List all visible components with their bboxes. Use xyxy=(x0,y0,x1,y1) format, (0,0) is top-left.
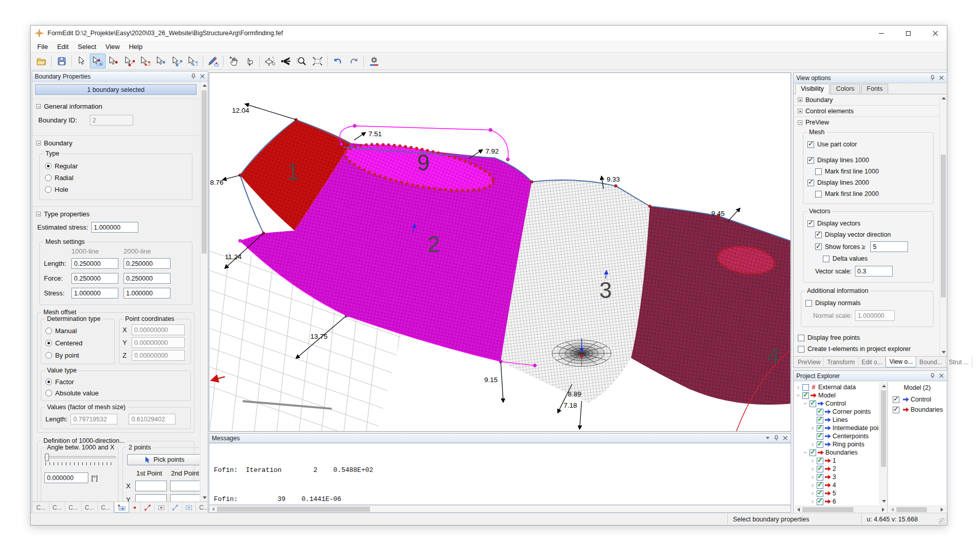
tree-item-boundary-4[interactable]: 4 xyxy=(796,481,879,489)
funnel-low-point[interactable] xyxy=(580,354,583,357)
scroll-up-button[interactable] xyxy=(201,82,208,89)
tab-view-options[interactable]: View o... xyxy=(886,357,916,367)
redo-button[interactable] xyxy=(346,54,361,68)
select-line-tool-button[interactable] xyxy=(121,54,137,68)
menu-file[interactable]: File xyxy=(33,41,53,52)
settings-button[interactable] xyxy=(366,54,382,68)
zoom-window-tool-button[interactable] xyxy=(309,54,325,68)
tab-area-red[interactable] xyxy=(155,502,168,513)
scroll-down-button[interactable] xyxy=(201,494,208,502)
pin-icon[interactable] xyxy=(190,73,197,80)
pin-icon[interactable] xyxy=(929,373,936,379)
check-delta-values[interactable]: Delta values xyxy=(823,253,929,264)
boundary-id-field[interactable] xyxy=(90,115,133,126)
scroll-right-button[interactable] xyxy=(938,506,946,513)
tab-line-red[interactable] xyxy=(141,502,155,513)
tab-struts[interactable]: Strut ... xyxy=(946,357,972,367)
pick-tool-button[interactable] xyxy=(241,54,257,68)
viewport-3d[interactable]: 12.04 8.76 7.51 7.92 9.33 9.45 11.24 13.… xyxy=(209,73,791,431)
tree-item-model[interactable]: Model xyxy=(796,391,879,399)
boundary-properties-header[interactable]: Boundary Properties xyxy=(32,71,208,82)
messages-hscrollbar[interactable] xyxy=(209,505,791,512)
check-display-vector-direction[interactable]: Display vector direction xyxy=(815,229,929,240)
point2-x-field[interactable] xyxy=(170,481,200,491)
tree-item-centerpoints[interactable]: Centerpoints xyxy=(796,432,879,440)
length-2000-field[interactable] xyxy=(124,258,170,269)
show-forces-field[interactable] xyxy=(870,241,908,252)
length-1000-field[interactable] xyxy=(71,258,118,269)
point1-y-field[interactable] xyxy=(135,494,167,502)
zoom-tool-button[interactable] xyxy=(293,54,309,68)
undo-button[interactable] xyxy=(330,54,346,68)
maximize-button[interactable] xyxy=(897,26,920,41)
scroll-down-button[interactable] xyxy=(940,348,947,356)
tab-c2[interactable]: C... xyxy=(50,502,66,513)
menu-edit[interactable]: Edit xyxy=(53,41,73,52)
messages-log[interactable]: Fofin: Iteration 2 0.5488E+02 Fofin: 39 … xyxy=(209,443,791,505)
tree-item-boundary-3[interactable]: 3 xyxy=(796,473,879,481)
summary-item-control[interactable]: Control xyxy=(889,394,946,405)
pick-points-button[interactable]: Pick points xyxy=(127,454,200,465)
select-area-tool-button[interactable] xyxy=(137,54,153,68)
tree-item-intermediate-points[interactable]: Intermediate points xyxy=(796,424,879,432)
scroll-left-button[interactable] xyxy=(889,506,896,513)
tree-item-ring-points[interactable]: Ring points xyxy=(796,440,879,448)
draw-tool-button[interactable] xyxy=(205,54,221,68)
tree-control-elements[interactable]: Control elements xyxy=(794,106,939,117)
tab-c3[interactable]: C... xyxy=(65,502,82,513)
open-button[interactable] xyxy=(33,54,49,68)
check-display-lines-1000[interactable]: Display lines 1000 xyxy=(807,155,929,166)
pin-icon[interactable] xyxy=(773,435,779,441)
zoom-dynamic-tool-button[interactable] xyxy=(278,54,293,68)
radio-manual[interactable]: Manual xyxy=(45,324,110,337)
resize-grip[interactable] xyxy=(939,518,945,524)
point1-x-field[interactable] xyxy=(135,481,167,491)
scroll-up-button[interactable] xyxy=(940,94,947,102)
select-control-point-tool-button[interactable] xyxy=(153,54,169,68)
vector-scale-field[interactable] xyxy=(855,266,893,277)
summary-item-boundaries[interactable]: Boundaries xyxy=(889,405,946,415)
tree-item-control[interactable]: Control xyxy=(796,399,879,408)
dropdown-icon[interactable] xyxy=(765,435,771,441)
tab-fonts[interactable]: Fonts xyxy=(861,84,888,94)
tab-colors[interactable]: Colors xyxy=(830,84,860,94)
view-options-scrollbar[interactable] xyxy=(939,94,947,356)
point2-y-field[interactable] xyxy=(170,494,200,502)
check-create-t-elements[interactable]: Create t-elements in project explorer xyxy=(794,343,939,355)
radio-regular[interactable]: Regular xyxy=(45,160,187,172)
tab-area-blue[interactable] xyxy=(182,502,196,513)
scroll-down-button[interactable] xyxy=(880,497,888,505)
expand-icon[interactable] xyxy=(798,109,802,113)
save-button[interactable] xyxy=(54,54,69,68)
scroll-thumb[interactable] xyxy=(217,507,370,512)
check-mark-first-line-1000[interactable]: Mark first line 1000 xyxy=(815,166,929,177)
tree-item-corner-points[interactable]: Corner points xyxy=(796,408,879,416)
model-summary-hscrollbar[interactable] xyxy=(889,506,946,513)
project-tree-vscrollbar[interactable] xyxy=(879,382,887,505)
stress-2000-field[interactable] xyxy=(124,288,170,298)
radio-factor[interactable]: Factor xyxy=(45,376,186,387)
project-tree-hscrollbar[interactable] xyxy=(795,506,887,513)
check-display-free-points[interactable]: Display free points xyxy=(794,332,939,343)
scroll-thumb[interactable] xyxy=(881,390,886,467)
angle-field[interactable] xyxy=(44,472,88,483)
messages-header[interactable]: Messages xyxy=(209,434,791,443)
tree-item-boundaries[interactable]: Boundaries xyxy=(796,448,879,457)
scroll-thumb[interactable] xyxy=(202,90,207,254)
expand-icon[interactable] xyxy=(798,97,802,102)
pan-tool-button[interactable] xyxy=(226,54,241,68)
estimated-stress-field[interactable] xyxy=(91,222,138,233)
tab-visibility[interactable]: Visibility xyxy=(795,84,829,94)
select-rectangle-tool-button[interactable] xyxy=(90,54,106,68)
collapse-icon[interactable] xyxy=(798,120,802,125)
normal-scale-field[interactable] xyxy=(855,310,895,321)
stress-1000-field[interactable] xyxy=(71,288,118,298)
section-type-properties[interactable]: Type properties xyxy=(32,206,200,220)
boundary-panel-scrollbar[interactable] xyxy=(200,82,208,502)
pin-icon[interactable] xyxy=(929,75,936,81)
tab-boundary-active[interactable] xyxy=(114,502,129,513)
scroll-left-button[interactable] xyxy=(795,506,802,513)
tab-point-red[interactable] xyxy=(129,502,141,513)
tab-c4[interactable]: C... xyxy=(82,502,98,513)
check-use-part-color[interactable]: Use part color xyxy=(807,139,929,150)
